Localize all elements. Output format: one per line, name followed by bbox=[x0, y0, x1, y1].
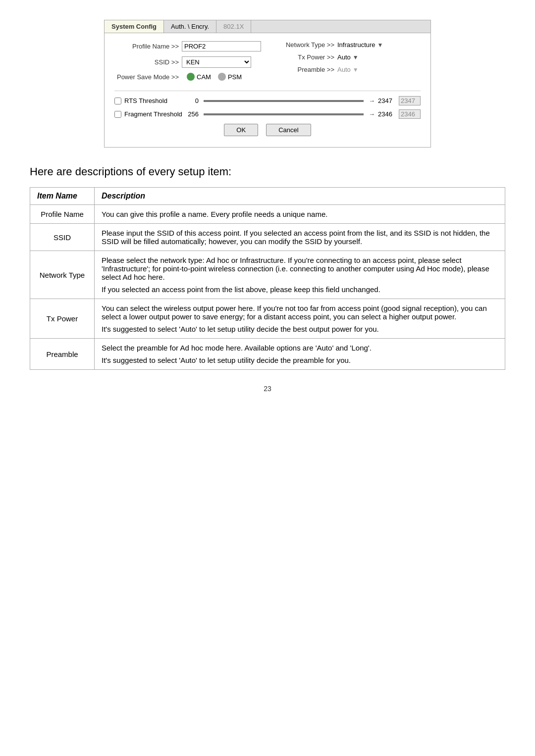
tx-power-row: Tx Power >> Auto ▼ bbox=[270, 53, 421, 61]
preamble-label: Preamble >> bbox=[270, 66, 334, 73]
rts-arrow: → bbox=[369, 97, 375, 104]
network-type-select-wrap: Infrastructure ▼ bbox=[337, 41, 383, 49]
page-number: 23 bbox=[30, 385, 505, 393]
fragment-threshold-row: Fragment Threshold 256 → 2346 bbox=[114, 109, 421, 119]
item-name-tx-power: Tx Power bbox=[30, 299, 95, 339]
tx-power-arrow[interactable]: ▼ bbox=[353, 54, 359, 61]
tx-power-value: Auto bbox=[337, 53, 351, 61]
network-type-value: Infrastructure bbox=[337, 41, 375, 49]
preamble-select-wrap: Auto ▼ bbox=[337, 66, 359, 73]
desc-preamble: Select the preamble for Ad hoc mode here… bbox=[95, 339, 505, 370]
panel-body: Profile Name >> SSID >> KEN Power Save M… bbox=[105, 33, 430, 147]
col1-header: Item Name bbox=[30, 188, 95, 205]
power-save-row: Power Save Mode >> CAM PSM bbox=[114, 73, 265, 81]
ok-button[interactable]: OK bbox=[224, 124, 258, 136]
cam-label: CAM bbox=[197, 73, 211, 81]
rts-threshold-fill bbox=[204, 100, 364, 102]
fragment-threshold-fill bbox=[204, 113, 364, 115]
col-right: Network Type >> Infrastructure ▼ Tx Powe… bbox=[265, 41, 421, 86]
description-table: Item Name Description Profile Name You c… bbox=[30, 187, 505, 370]
rts-threshold-row: RTS Threshold 0 → 2347 bbox=[114, 96, 421, 105]
psm-dot bbox=[218, 73, 226, 81]
table-row: Preamble Select the preamble for Ad hoc … bbox=[30, 339, 505, 370]
fragment-arrow: → bbox=[369, 110, 375, 118]
table-row: Tx Power You can select the wireless out… bbox=[30, 299, 505, 339]
tx-power-label: Tx Power >> bbox=[270, 53, 334, 61]
fragment-threshold-checkbox[interactable] bbox=[114, 111, 121, 118]
fragment-threshold-track[interactable] bbox=[204, 113, 364, 115]
rts-threshold-input[interactable] bbox=[399, 96, 421, 105]
profile-name-row: Profile Name >> bbox=[114, 41, 265, 51]
radio-group: CAM PSM bbox=[187, 73, 242, 81]
desc-network-type: Please select the network type: Ad hoc o… bbox=[95, 251, 505, 299]
preamble-row: Preamble >> Auto ▼ bbox=[270, 66, 421, 73]
psm-label: PSM bbox=[228, 73, 242, 81]
tab-bar: System Config Auth. \ Encry. 802.1X bbox=[105, 20, 430, 33]
item-name-preamble: Preamble bbox=[30, 339, 95, 370]
fragment-threshold-label: Fragment Threshold bbox=[124, 110, 184, 118]
fragment-threshold-min: 256 bbox=[187, 110, 199, 118]
preamble-arrow[interactable]: ▼ bbox=[353, 66, 359, 73]
rts-threshold-track[interactable] bbox=[204, 100, 364, 102]
table-row: Network Type Please select the network t… bbox=[30, 251, 505, 299]
preamble-desc-p2: It's suggested to select 'Auto' to let s… bbox=[102, 356, 498, 364]
tx-power-desc-p2: It's suggested to select 'Auto' to let s… bbox=[102, 325, 498, 333]
psm-option[interactable]: PSM bbox=[218, 73, 242, 81]
divider bbox=[114, 91, 421, 91]
fragment-threshold-input[interactable] bbox=[399, 109, 421, 119]
preamble-desc-p1: Select the preamble for Ad hoc mode here… bbox=[102, 344, 498, 352]
item-name-network-type: Network Type bbox=[30, 251, 95, 299]
network-type-label: Network Type >> bbox=[270, 41, 334, 49]
desc-profile: You can give this profile a name. Every … bbox=[95, 205, 505, 224]
network-type-desc-p2: If you selected an access point from the… bbox=[102, 285, 498, 294]
profile-name-label: Profile Name >> bbox=[114, 43, 179, 50]
network-type-desc-p1: Please select the network type: Ad hoc o… bbox=[102, 256, 498, 281]
tab-system-config[interactable]: System Config bbox=[105, 20, 164, 33]
col2-header: Description bbox=[95, 188, 505, 205]
item-name-profile: Profile Name bbox=[30, 205, 95, 224]
cam-dot bbox=[187, 73, 195, 81]
col-left: Profile Name >> SSID >> KEN Power Save M… bbox=[114, 41, 265, 86]
ssid-row: SSID >> KEN bbox=[114, 56, 265, 68]
table-row: SSID Please input the SSID of this acces… bbox=[30, 224, 505, 251]
ssid-select[interactable]: KEN bbox=[182, 56, 251, 68]
preamble-value: Auto bbox=[337, 66, 351, 73]
config-panel: System Config Auth. \ Encry. 802.1X Prof… bbox=[104, 20, 431, 148]
power-save-label: Power Save Mode >> bbox=[114, 73, 179, 81]
desc-tx-power: You can select the wireless output power… bbox=[95, 299, 505, 339]
cam-option[interactable]: CAM bbox=[187, 73, 211, 81]
rts-threshold-checkbox[interactable] bbox=[114, 98, 121, 104]
ssid-label: SSID >> bbox=[114, 58, 179, 66]
profile-name-input[interactable] bbox=[182, 41, 261, 51]
rts-threshold-max: 2347 bbox=[378, 97, 396, 104]
item-name-ssid: SSID bbox=[30, 224, 95, 251]
tab-8021x: 802.1X bbox=[216, 20, 251, 33]
cancel-button[interactable]: Cancel bbox=[266, 124, 311, 136]
tab-auth-encry[interactable]: Auth. \ Encry. bbox=[164, 20, 216, 33]
desc-ssid: Please input the SSID of this access poi… bbox=[95, 224, 505, 251]
network-type-arrow[interactable]: ▼ bbox=[377, 42, 383, 49]
table-row: Profile Name You can give this profile a… bbox=[30, 205, 505, 224]
tx-power-desc-p1: You can select the wireless output power… bbox=[102, 304, 498, 321]
button-row: OK Cancel bbox=[114, 124, 421, 141]
network-type-row: Network Type >> Infrastructure ▼ bbox=[270, 41, 421, 49]
rts-threshold-min: 0 bbox=[187, 97, 199, 104]
two-col-layout: Profile Name >> SSID >> KEN Power Save M… bbox=[114, 41, 421, 86]
fragment-threshold-max: 2346 bbox=[378, 110, 396, 118]
rts-threshold-label: RTS Threshold bbox=[124, 97, 184, 104]
tx-power-select-wrap: Auto ▼ bbox=[337, 53, 359, 61]
page-heading: Here are descriptions of every setup ite… bbox=[30, 165, 505, 178]
